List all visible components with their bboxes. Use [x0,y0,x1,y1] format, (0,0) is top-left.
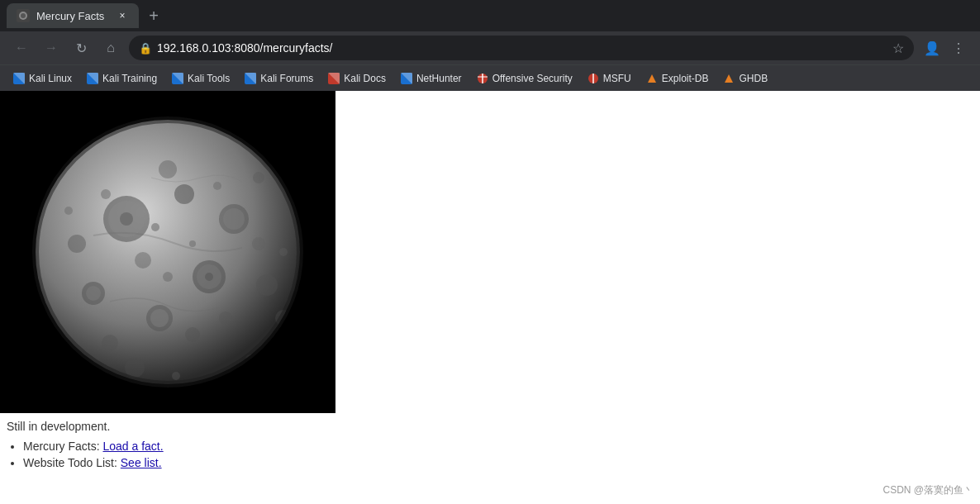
list-item-todo-prefix: Website Todo List: [23,456,121,469]
svg-point-46 [189,240,196,247]
bookmark-nethunter-label: NetHunter [416,73,462,84]
bookmark-star-icon[interactable]: ☆ [892,40,904,56]
status-text: Still in development. [0,413,980,433]
bookmark-kali-forums[interactable]: Kali Forums [238,69,320,88]
svg-point-45 [151,223,159,231]
address-bar: ← → ↻ ⌂ 🔒 192.168.0.103:8080/mercuryfact… [0,31,980,64]
svg-point-51 [279,248,288,256]
svg-point-34 [178,188,191,201]
bookmark-offensive-security-label: Offensive Security [492,73,573,84]
kali-training-icon [87,73,98,84]
page-content: Still in development. Mercury Facts: Loa… [0,91,980,487]
bookmark-kali-training-label: Kali Training [102,73,157,84]
svg-point-36 [256,274,278,296]
list-item-facts: Mercury Facts: Load a fact. [23,440,973,453]
svg-point-39 [252,237,265,250]
profile-button[interactable]: 👤 [921,36,944,59]
tab-favicon [17,9,30,22]
svg-point-42 [219,311,232,325]
back-button[interactable]: ← [10,36,33,59]
url-text: 192.168.0.103:8080/mercuryfacts/ [157,41,887,55]
page-list: Mercury Facts: Load a fact. Website Todo… [0,433,980,479]
tab-title: Mercury Facts [36,10,109,22]
home-button[interactable]: ⌂ [99,36,122,59]
nethunter-icon [401,73,412,84]
csdn-watermark: CSDN @落寞的鱼丶 [882,483,973,487]
mercury-planet-image [27,112,308,392]
bookmark-offensive-security[interactable]: Offensive Security [470,69,579,88]
kali-docs-icon [328,73,340,84]
tab-favicon-icon [18,11,28,21]
bookmark-msfu[interactable]: MSFU [581,69,638,88]
bookmark-exploit-db-label: Exploit-DB [662,73,709,84]
new-tab-button[interactable]: + [142,4,165,27]
svg-point-47 [163,272,173,282]
load-fact-link[interactable]: Load a fact. [102,440,163,453]
bookmark-kali-docs-label: Kali Docs [344,73,386,84]
url-host: 192.168.0.103:8080/mercuryfacts/ [157,41,332,55]
active-tab[interactable]: Mercury Facts × [7,3,139,28]
svg-point-37 [68,235,86,253]
svg-point-32 [223,208,245,230]
svg-point-23 [120,212,133,226]
security-icon: 🔒 [139,42,152,55]
svg-point-49 [101,189,111,199]
svg-point-50 [253,172,264,183]
svg-point-26 [205,273,213,281]
see-list-link[interactable]: See list. [121,456,162,469]
mercury-image-container [0,91,335,413]
tab-bar: Mercury Facts × + [0,0,980,31]
svg-point-52 [64,207,73,215]
browser-chrome: Mercury Facts × + ← → ↻ ⌂ 🔒 192.168.0.10… [0,0,980,91]
toolbar-right: 👤 ⋮ [921,36,970,59]
kali-linux-icon [13,73,25,84]
bookmarks-bar: Kali Linux Kali Training Kali Tools [0,64,980,91]
bookmark-ghdb-label: GHDB [739,73,768,84]
list-item-facts-prefix: Mercury Facts: [23,440,102,453]
bookmark-kali-forums-label: Kali Forums [260,73,313,84]
bookmark-nethunter[interactable]: NetHunter [394,69,469,88]
kali-tools-icon [172,73,183,84]
url-bar[interactable]: 🔒 192.168.0.103:8080/mercuryfacts/ ☆ [129,36,914,60]
exploit-db-icon [646,73,658,84]
kali-forums-icon [245,73,256,84]
svg-point-35 [135,252,151,269]
svg-point-30 [86,286,101,301]
bookmark-kali-linux-label: Kali Linux [29,73,72,84]
offensive-security-icon [477,73,488,84]
bookmark-kali-tools-label: Kali Tools [188,73,230,84]
bookmark-kali-docs[interactable]: Kali Docs [321,69,392,88]
msfu-icon [588,73,599,84]
svg-point-54 [172,372,180,380]
bookmark-kali-tools[interactable]: Kali Tools [165,69,236,88]
ghdb-icon [723,73,735,84]
reload-button[interactable]: ↻ [69,36,93,59]
bookmark-exploit-db[interactable]: Exploit-DB [640,69,716,88]
bookmark-ghdb[interactable]: GHDB [716,69,774,88]
svg-point-38 [185,327,200,342]
bookmark-kali-training[interactable]: Kali Training [80,69,164,88]
list-item-todo: Website Todo List: See list. [23,456,973,469]
tab-close-button[interactable]: × [116,9,129,22]
forward-button[interactable]: → [40,36,63,59]
svg-point-48 [213,182,221,190]
svg-point-28 [150,309,169,327]
svg-point-41 [159,160,177,178]
menu-button[interactable]: ⋮ [947,36,970,59]
bookmark-kali-linux[interactable]: Kali Linux [7,69,78,88]
svg-point-40 [102,335,118,351]
svg-point-1 [21,13,26,18]
bookmark-msfu-label: MSFU [603,73,631,84]
